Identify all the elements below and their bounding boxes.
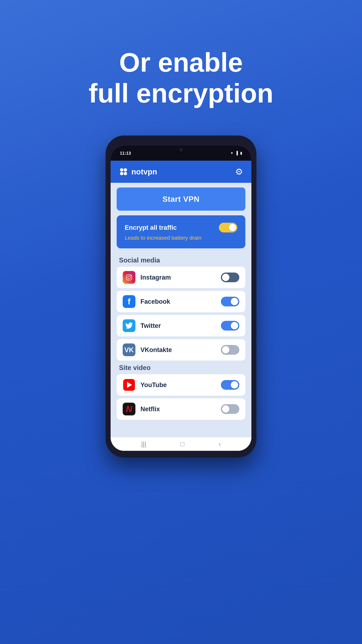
youtube-icon [123,378,135,391]
instagram-name: Instagram [140,274,216,281]
app-header: notvpn ⚙ [111,161,251,183]
encrypt-warning: Leads to increased battery drain [125,235,237,241]
vkontakte-name: VKontakte [140,346,216,354]
social-media-label: Social media [111,253,251,267]
headline-line2: full encryption [89,78,273,108]
svg-point-2 [120,172,123,175]
brand-logo-icon [119,167,128,176]
status-icons: ▾ ▐ ▮ [231,151,242,155]
brand: notvpn [119,167,157,176]
netflix-icon: N [123,403,135,416]
netflix-name: Netflix [140,406,216,413]
wifi-icon: ▾ [231,151,233,155]
nav-home-button[interactable]: □ [180,440,184,448]
svg-point-5 [128,276,130,279]
brand-name: notvpn [131,167,157,176]
twitter-name: Twitter [140,322,216,330]
encrypt-card: Encrypt all traffic Leads to increased b… [117,215,245,248]
list-item: Twitter [117,315,245,336]
instagram-toggle[interactable] [221,272,239,282]
instagram-icon [123,271,135,284]
phone-shell: 11:13 ▾ ▐ ▮ [106,136,256,458]
svg-point-3 [124,172,127,175]
scroll-area[interactable]: notvpn ⚙ Start VPN Encrypt all traffic L… [111,161,251,438]
list-item: Instagram [117,267,245,288]
status-time: 11:13 [120,150,131,156]
youtube-toggle[interactable] [221,380,239,390]
app-content: notvpn ⚙ Start VPN Encrypt all traffic L… [111,161,251,438]
youtube-name: YouTube [140,381,216,388]
list-item: f Facebook [117,291,245,312]
facebook-name: Facebook [140,298,216,305]
bottom-nav: ||| □ ‹ [111,438,251,451]
headline: Or enable full encryption [89,47,273,109]
facebook-toggle[interactable] [221,297,239,306]
nav-back-button[interactable]: ‹ [219,440,221,448]
twitter-toggle[interactable] [221,321,239,330]
encrypt-label: Encrypt all traffic [125,224,177,231]
svg-point-0 [120,168,123,172]
list-item: N Netflix [117,398,245,420]
vkontakte-icon: VK [123,344,135,356]
phone-screen: 11:13 ▾ ▐ ▮ [111,146,251,451]
camera [179,148,183,151]
site-video-label: Site video [111,360,251,374]
list-item: VK VKontakte [117,339,245,360]
list-item: YouTube [117,374,245,396]
site-video-list: YouTube N Netflix [111,374,251,420]
svg-point-1 [124,168,127,172]
twitter-icon [123,319,135,332]
gear-icon[interactable]: ⚙ [235,167,243,177]
status-bar: 11:13 ▾ ▐ ▮ [111,146,251,161]
headline-line1: Or enable [119,47,243,77]
facebook-icon: f [123,295,135,308]
vkontakte-toggle[interactable] [221,345,239,355]
start-vpn-button[interactable]: Start VPN [117,188,245,211]
battery-icon: ▮ [240,151,242,155]
signal-icon: ▐ [235,151,238,155]
nav-recents-button[interactable]: ||| [141,440,146,448]
svg-point-6 [131,275,131,276]
encrypt-toggle[interactable] [219,223,237,232]
social-media-list: Instagram f Facebook [111,267,251,360]
netflix-toggle[interactable] [221,404,239,414]
notch [163,146,199,154]
encrypt-row: Encrypt all traffic [125,223,237,232]
